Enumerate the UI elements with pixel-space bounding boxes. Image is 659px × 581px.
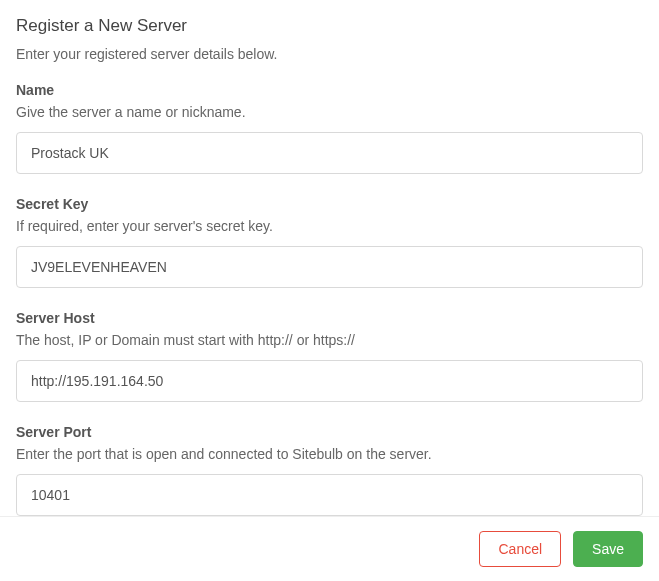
server-port-label: Server Port xyxy=(16,424,643,440)
register-server-dialog: Register a New Server Enter your registe… xyxy=(0,0,659,516)
dialog-title: Register a New Server xyxy=(16,16,643,36)
dialog-footer: Cancel Save xyxy=(0,516,659,581)
secret-key-label: Secret Key xyxy=(16,196,643,212)
name-help: Give the server a name or nickname. xyxy=(16,104,643,120)
dialog-subtitle: Enter your registered server details bel… xyxy=(16,46,643,62)
server-host-label: Server Host xyxy=(16,310,643,326)
server-host-help: The host, IP or Domain must start with h… xyxy=(16,332,643,348)
server-port-help: Enter the port that is open and connecte… xyxy=(16,446,643,462)
form-group-server-port: Server Port Enter the port that is open … xyxy=(16,424,643,516)
secret-key-help: If required, enter your server's secret … xyxy=(16,218,643,234)
name-input[interactable] xyxy=(16,132,643,174)
form-group-secret-key: Secret Key If required, enter your serve… xyxy=(16,196,643,288)
save-button[interactable]: Save xyxy=(573,531,643,567)
server-host-input[interactable] xyxy=(16,360,643,402)
form-group-server-host: Server Host The host, IP or Domain must … xyxy=(16,310,643,402)
server-port-input[interactable] xyxy=(16,474,643,516)
name-label: Name xyxy=(16,82,643,98)
cancel-button[interactable]: Cancel xyxy=(479,531,561,567)
secret-key-input[interactable] xyxy=(16,246,643,288)
form-group-name: Name Give the server a name or nickname. xyxy=(16,82,643,174)
